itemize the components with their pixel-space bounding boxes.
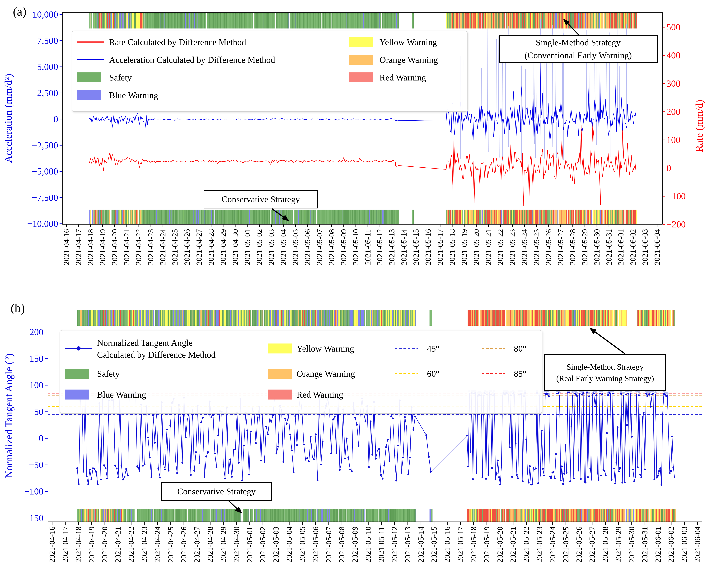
legend-tangent-label-line2: Calculated by Difference Method (97, 350, 216, 360)
legend-threshold-85-sample (482, 373, 505, 374)
legend-orange-warning-swatch (349, 55, 373, 65)
legend-b-red-warning-label: Red Warning (297, 390, 343, 400)
legend-accel-line-sample (77, 59, 104, 60)
legend-b-yellow-warning-label: Yellow Warning (297, 343, 354, 354)
panel-a-yaxis-right-title: Rate (mm/d) (693, 100, 705, 152)
legend-b-safety-label: Safety (97, 369, 120, 379)
panel-a-tag: (a) (13, 4, 26, 19)
legend-threshold-80-sample (482, 348, 505, 349)
legend-b-blue-warning-label: Blue Warning (97, 390, 146, 400)
legend-safety-swatch (77, 72, 101, 82)
panel-a-yaxis-left-title: Acceleration (mm/d²) (2, 74, 14, 163)
legend-threshold-60-label: 60° (427, 369, 439, 379)
annotation-conservative-b: Conservative Strategy (161, 482, 272, 501)
legend-threshold-80-label: 80° (514, 343, 526, 354)
annotation-conservative-a: Conservative Strategy (203, 190, 318, 208)
legend-rate-label: Rate Calculated by Difference Method (109, 37, 246, 47)
legend-tangent-marker-dot (77, 346, 81, 351)
annotation-single-method-b: Single-Method Strategy (Real Early Warni… (544, 354, 666, 391)
annotation-single-method-a-line2: (Conventional Early Warning) (524, 49, 632, 62)
legend-red-warning-swatch (349, 72, 373, 82)
legend-yellow-warning-label: Yellow Warning (380, 37, 437, 47)
legend-threshold-45-label: 45° (427, 343, 439, 354)
legend-yellow-warning-swatch (349, 37, 373, 47)
legend-panel-b: Normalized Tangent Angle Calculated by D… (60, 330, 542, 414)
legend-b-blue-warning-swatch (65, 390, 89, 400)
legend-b-safety-swatch (65, 369, 89, 379)
legend-tangent-line-sample (65, 348, 92, 349)
legend-b-orange-warning-label: Orange Warning (297, 369, 355, 379)
panel-b-yaxis-title: Normalized Tangent Angle (°) (3, 353, 15, 478)
legend-red-warning-label: Red Warning (380, 72, 426, 83)
legend-orange-warning-label: Orange Warning (380, 55, 438, 65)
annotation-single-method-a-line1: Single-Method Strategy (536, 36, 621, 49)
annotation-single-method-b-line1: Single-Method Strategy (566, 361, 644, 373)
annotation-single-method-b-line2: (Real Early Warning Strategy) (556, 373, 654, 384)
legend-threshold-45-sample (395, 348, 418, 349)
legend-b-yellow-warning-swatch (268, 343, 292, 354)
legend-threshold-85-label: 85° (514, 369, 526, 379)
legend-blue-warning-swatch (77, 90, 101, 100)
legend-blue-warning-label: Blue Warning (109, 90, 158, 100)
legend-accel-label: Acceleration Calculated by Difference Me… (109, 55, 275, 65)
legend-rate-line-sample (77, 42, 104, 43)
legend-b-red-warning-swatch (268, 390, 292, 400)
legend-b-orange-warning-swatch (268, 369, 292, 379)
legend-panel-a: Rate Calculated by Difference Method Acc… (72, 30, 468, 112)
legend-safety-label: Safety (109, 72, 132, 83)
legend-tangent-label-line1: Normalized Tangent Angle (97, 338, 193, 348)
legend-threshold-60-sample (395, 373, 418, 374)
annotation-single-method-a: Single-Method Strategy (Conventional Ear… (499, 35, 657, 63)
panel-b-tag: (b) (10, 301, 25, 315)
